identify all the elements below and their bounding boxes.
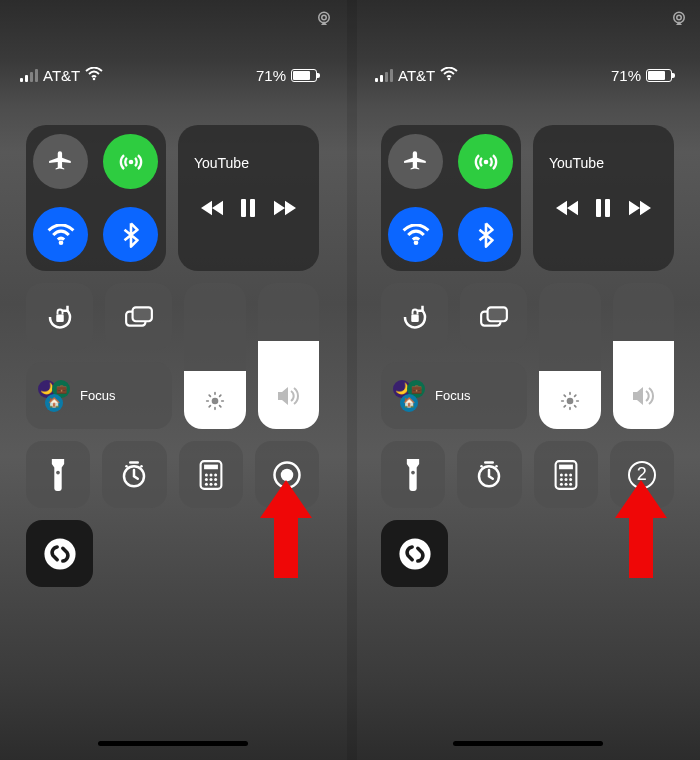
screenshot-before: AT&T 71%: [0, 0, 345, 760]
brightness-slider[interactable]: [184, 283, 246, 429]
flashlight-button[interactable]: [381, 441, 445, 508]
svg-point-13: [126, 465, 129, 468]
media-controls-tile[interactable]: YouTube: [178, 125, 319, 271]
svg-point-33: [677, 15, 682, 20]
forward-button[interactable]: [629, 200, 651, 220]
svg-point-42: [481, 465, 484, 468]
airplay-icon[interactable]: [315, 10, 333, 32]
airplane-mode-toggle[interactable]: [388, 134, 443, 189]
focus-button[interactable]: 🌙 💼 🏠 Focus: [26, 362, 172, 429]
calculator-button[interactable]: [179, 441, 243, 508]
wifi-toggle[interactable]: [33, 207, 88, 262]
svg-rect-36: [411, 314, 419, 322]
home-indicator[interactable]: [453, 741, 603, 746]
svg-point-43: [496, 465, 499, 468]
wifi-toggle[interactable]: [388, 207, 443, 262]
focus-button[interactable]: 🌙 💼 🏠 Focus: [381, 362, 527, 429]
status-bar: AT&T 71%: [0, 55, 345, 95]
battery-percent: 71%: [256, 67, 286, 84]
pause-button[interactable]: [240, 199, 256, 221]
brightness-icon: [205, 391, 225, 415]
svg-rect-16: [204, 464, 218, 469]
svg-rect-38: [487, 307, 506, 321]
svg-point-51: [569, 478, 572, 481]
svg-point-29: [448, 77, 451, 80]
orientation-lock-icon: [400, 302, 430, 332]
airplay-icon[interactable]: [670, 10, 688, 32]
shazam-icon: [43, 537, 77, 571]
svg-point-47: [564, 473, 567, 476]
svg-point-19: [214, 473, 217, 476]
connectivity-cluster[interactable]: [381, 125, 521, 271]
svg-point-17: [205, 473, 208, 476]
svg-point-21: [209, 478, 212, 481]
timer-button[interactable]: [102, 441, 166, 508]
home-indicator[interactable]: [98, 741, 248, 746]
orientation-lock-icon: [45, 302, 75, 332]
rewind-button[interactable]: [201, 200, 223, 220]
now-playing-title: YouTube: [194, 155, 305, 171]
media-controls-tile[interactable]: YouTube: [533, 125, 674, 271]
orientation-lock-button[interactable]: [381, 283, 448, 350]
svg-point-20: [205, 478, 208, 481]
screen-mirror-icon: [479, 305, 509, 329]
svg-point-23: [205, 482, 208, 485]
airplane-icon: [403, 149, 429, 175]
focus-mode-icons: 🌙 💼 🏠: [38, 380, 70, 412]
svg-point-14: [141, 465, 144, 468]
status-bar: AT&T 71%: [355, 55, 700, 95]
rewind-button[interactable]: [556, 200, 578, 220]
volume-icon: [276, 385, 300, 411]
shazam-button[interactable]: [381, 520, 448, 587]
svg-point-22: [214, 478, 217, 481]
timer-button[interactable]: [457, 441, 521, 508]
screen-mirror-button[interactable]: [460, 283, 527, 350]
connectivity-cluster[interactable]: [26, 125, 166, 271]
wifi-icon: [402, 224, 430, 246]
pause-button[interactable]: [595, 199, 611, 221]
flashlight-icon: [404, 459, 422, 491]
carrier-label: AT&T: [398, 67, 435, 84]
battery-percent: 71%: [611, 67, 641, 84]
svg-point-0: [93, 77, 96, 80]
calculator-icon: [199, 460, 223, 490]
carrier-label: AT&T: [43, 67, 80, 84]
flashlight-button[interactable]: [26, 441, 90, 508]
orientation-lock-button[interactable]: [26, 283, 93, 350]
timer-icon: [474, 460, 504, 490]
shazam-button[interactable]: [26, 520, 93, 587]
cellular-signal-icon: [20, 69, 38, 82]
svg-point-40: [411, 470, 415, 474]
cellular-signal-icon: [375, 69, 393, 82]
svg-rect-34: [596, 199, 601, 217]
cellular-data-toggle[interactable]: [103, 134, 158, 189]
volume-slider[interactable]: [613, 283, 675, 429]
timer-icon: [119, 460, 149, 490]
screenshot-after: AT&T 71% YouTube: [355, 0, 700, 760]
annotation-arrow: [615, 480, 667, 578]
svg-point-54: [569, 482, 572, 485]
svg-point-39: [566, 398, 573, 405]
svg-point-25: [214, 482, 217, 485]
brightness-icon: [560, 391, 580, 415]
bluetooth-toggle[interactable]: [458, 207, 513, 262]
focus-mode-icons: 🌙 💼 🏠: [393, 380, 425, 412]
annotation-arrow: [260, 480, 312, 578]
screen-mirror-button[interactable]: [105, 283, 172, 350]
volume-icon: [631, 385, 655, 411]
bluetooth-toggle[interactable]: [103, 207, 158, 262]
cellular-data-toggle[interactable]: [458, 134, 513, 189]
svg-point-48: [569, 473, 572, 476]
svg-rect-6: [250, 199, 255, 217]
brightness-slider[interactable]: [539, 283, 601, 429]
volume-slider[interactable]: [258, 283, 320, 429]
flashlight-icon: [49, 459, 67, 491]
svg-rect-5: [241, 199, 246, 217]
svg-point-10: [211, 398, 218, 405]
forward-button[interactable]: [274, 200, 296, 220]
calculator-button[interactable]: [534, 441, 598, 508]
svg-point-53: [564, 482, 567, 485]
airplane-mode-toggle[interactable]: [33, 134, 88, 189]
svg-point-49: [560, 478, 563, 481]
svg-point-46: [560, 473, 563, 476]
